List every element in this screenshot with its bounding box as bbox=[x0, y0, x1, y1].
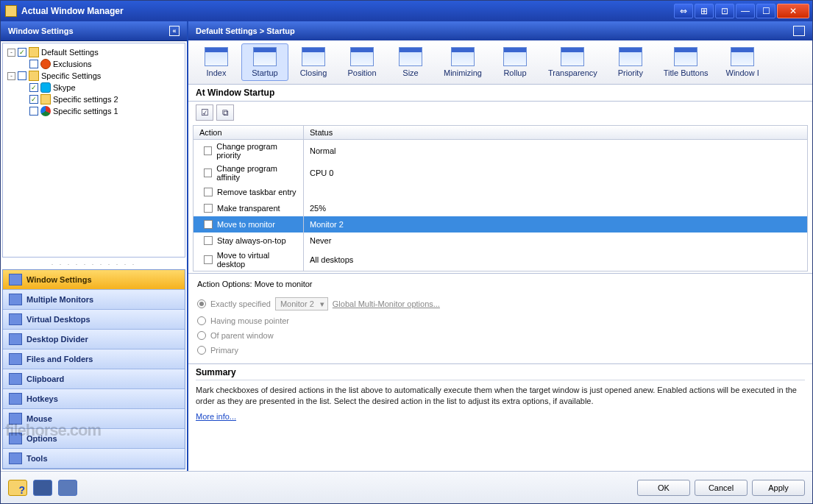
radio-of-parent[interactable] bbox=[197, 331, 206, 340]
tree-label: Specific settings 1 bbox=[53, 107, 118, 116]
tab-size[interactable]: Size bbox=[387, 43, 434, 81]
action-row[interactable]: Change program priorityNormal bbox=[194, 140, 807, 162]
action-checkbox[interactable] bbox=[204, 255, 213, 264]
action-checkbox[interactable] bbox=[204, 204, 213, 213]
excl-icon bbox=[40, 59, 51, 69]
category-multiple-monitors[interactable]: Multiple Monitors bbox=[3, 290, 185, 310]
tab-label: Rollup bbox=[503, 68, 526, 77]
action-checkbox[interactable] bbox=[204, 168, 212, 177]
titlebar-extra-button[interactable]: ⊡ bbox=[715, 4, 734, 18]
tab-position[interactable]: Position bbox=[338, 43, 386, 81]
tab-label: Priority bbox=[618, 68, 643, 77]
category-options[interactable]: Options bbox=[3, 429, 185, 449]
action-checkbox[interactable] bbox=[204, 220, 213, 229]
action-checkbox[interactable] bbox=[204, 146, 212, 155]
category-virtual-desktops[interactable]: Virtual Desktops bbox=[3, 310, 185, 330]
tab-title-buttons[interactable]: Title Buttons bbox=[656, 43, 717, 81]
tab-priority[interactable]: Priority bbox=[607, 43, 654, 81]
category-mouse[interactable]: Mouse bbox=[3, 409, 185, 429]
tab-rollup[interactable]: Rollup bbox=[491, 43, 539, 81]
close-button[interactable]: ✕ bbox=[777, 4, 809, 18]
footer-tool-1[interactable] bbox=[33, 480, 52, 496]
section-heading: At Window Startup bbox=[188, 85, 812, 102]
footer: OK Cancel Apply bbox=[1, 471, 812, 503]
radio-having-mouse[interactable] bbox=[197, 316, 206, 325]
monitor-select[interactable]: Monitor 2 bbox=[275, 297, 328, 310]
category-desktop-divider[interactable]: Desktop Divider bbox=[3, 330, 185, 349]
breadcrumb-window-icon[interactable] bbox=[793, 26, 805, 36]
category-files-and-folders[interactable]: Files and Folders bbox=[3, 349, 185, 369]
tab-toolbar: IndexStartupClosingPositionSizeMinimizin… bbox=[188, 40, 812, 85]
category-tools[interactable]: Tools bbox=[3, 449, 185, 469]
radio-primary[interactable] bbox=[197, 346, 206, 355]
window-title: Actual Window Manager bbox=[21, 6, 674, 16]
tab-label: Index bbox=[207, 68, 227, 77]
tab-icon bbox=[503, 47, 527, 66]
status-value bbox=[304, 190, 807, 194]
category-label: Hotkeys bbox=[26, 394, 58, 403]
category-label: Window Settings bbox=[26, 275, 92, 284]
checkbox[interactable] bbox=[29, 60, 38, 68]
tab-index[interactable]: Index bbox=[193, 43, 240, 81]
category-icon bbox=[9, 433, 22, 444]
tree-item[interactable]: Specific settings 1 bbox=[6, 105, 182, 117]
action-row[interactable]: Move to monitorMonitor 2 bbox=[194, 216, 807, 233]
category-label: Clipboard bbox=[26, 375, 64, 383]
category-icon bbox=[9, 313, 22, 325]
tab-startup[interactable]: Startup bbox=[241, 43, 288, 81]
titlebar-extra-button[interactable]: ⊞ bbox=[695, 4, 714, 18]
category-label: Desktop Divider bbox=[26, 335, 88, 344]
tree-item[interactable]: -✓Default Settings bbox=[6, 46, 182, 58]
more-info-link[interactable]: More info... bbox=[196, 412, 236, 421]
checkbox[interactable]: ✓ bbox=[29, 95, 38, 104]
checkbox[interactable] bbox=[18, 71, 26, 80]
tab-minimizing[interactable]: Minimizing bbox=[436, 43, 490, 81]
category-label: Tools bbox=[26, 454, 48, 463]
expand-icon[interactable]: - bbox=[7, 72, 15, 80]
expand-icon[interactable]: - bbox=[7, 49, 15, 57]
category-window-settings[interactable]: Window Settings bbox=[3, 270, 185, 290]
checkbox[interactable]: ✓ bbox=[18, 48, 26, 57]
action-checkbox[interactable] bbox=[204, 188, 213, 196]
tab-label: Position bbox=[347, 68, 376, 77]
tab-transparency[interactable]: Transparency bbox=[540, 43, 606, 81]
tree-label: Specific settings 2 bbox=[53, 95, 118, 104]
radio-exactly-specified[interactable] bbox=[197, 299, 206, 308]
col-status[interactable]: Status bbox=[304, 126, 807, 139]
maximize-button[interactable]: ☐ bbox=[756, 4, 775, 18]
tab-label: Size bbox=[402, 68, 418, 77]
tree-item[interactable]: ✓Specific settings 2 bbox=[6, 93, 182, 105]
action-row[interactable]: Change program affinityCPU 0 bbox=[194, 162, 807, 184]
copy-button[interactable]: ⧉ bbox=[216, 104, 234, 121]
action-row[interactable]: Stay always-on-topNever bbox=[194, 233, 807, 249]
tab-closing[interactable]: Closing bbox=[290, 43, 337, 81]
collapse-sidebar-icon[interactable]: « bbox=[169, 26, 180, 36]
action-row[interactable]: Remove taskbar entry bbox=[194, 184, 807, 200]
minimize-button[interactable]: — bbox=[736, 4, 755, 18]
col-action[interactable]: Action bbox=[194, 126, 304, 139]
titlebar-extra-button[interactable]: ⇔ bbox=[674, 4, 693, 18]
category-hotkeys[interactable]: Hotkeys bbox=[3, 389, 185, 409]
checkbox[interactable] bbox=[29, 107, 38, 116]
check-all-button[interactable]: ☑ bbox=[196, 104, 213, 121]
tree-item[interactable]: Exclusions bbox=[6, 58, 182, 70]
tab-label: Startup bbox=[252, 68, 277, 77]
global-multimonitor-link[interactable]: Global Multi-Monitor options... bbox=[333, 299, 440, 308]
ok-button[interactable]: OK bbox=[637, 480, 690, 496]
action-checkbox[interactable] bbox=[204, 236, 213, 245]
action-row[interactable]: Make transparent25% bbox=[194, 200, 807, 216]
tree-item[interactable]: ✓Skype bbox=[6, 82, 182, 93]
resize-grip[interactable]: · · · · · · · · · · · bbox=[1, 259, 187, 269]
breadcrumb-text: Default Settings > Startup bbox=[196, 26, 295, 35]
tab-window-i[interactable]: Window I bbox=[718, 43, 767, 81]
apply-button[interactable]: Apply bbox=[752, 480, 805, 496]
cancel-button[interactable]: Cancel bbox=[695, 480, 748, 496]
action-row[interactable]: Move to virtual desktopAll desktops bbox=[194, 249, 807, 271]
action-label: Move to virtual desktop bbox=[217, 251, 297, 269]
category-clipboard[interactable]: Clipboard bbox=[3, 369, 185, 389]
tree-label: Default Settings bbox=[41, 48, 99, 57]
tree-item[interactable]: -Specific Settings bbox=[6, 70, 182, 82]
checkbox[interactable]: ✓ bbox=[29, 83, 38, 92]
help-button[interactable] bbox=[8, 480, 27, 496]
footer-tool-2[interactable] bbox=[58, 480, 77, 496]
